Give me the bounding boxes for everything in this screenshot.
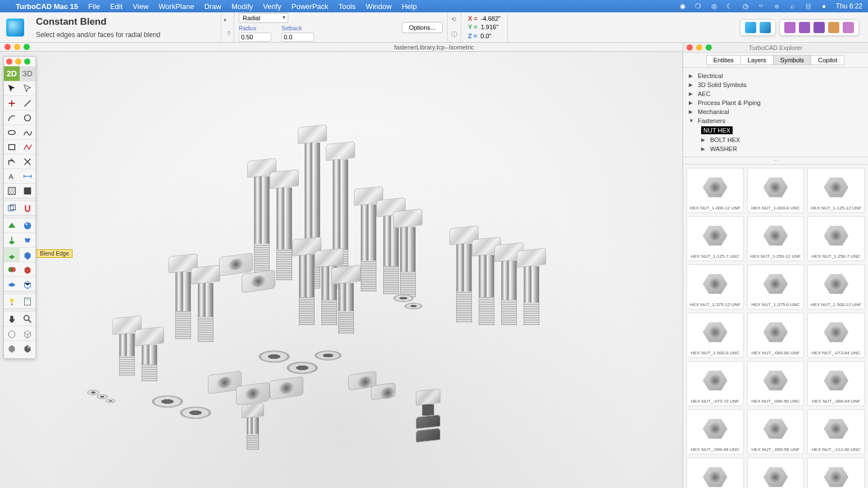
menu-file[interactable]: File — [88, 2, 100, 11]
tray-icon-1[interactable] — [745, 22, 756, 33]
close-window-button[interactable] — [4, 44, 11, 50]
trim-tool[interactable] — [20, 154, 35, 168]
menu-tools[interactable]: Tools — [339, 2, 356, 11]
loft-tool[interactable] — [20, 232, 35, 247]
search-icon[interactable]: ⌕ — [789, 2, 797, 10]
panel-maximize-button[interactable] — [706, 44, 712, 51]
tree-item[interactable]: ▶Electrical — [689, 71, 862, 80]
box-tool[interactable] — [20, 247, 35, 262]
symbol-thumbnail[interactable]: HEX NUT_1-250-12 UNF — [747, 216, 805, 261]
tree-item[interactable]: ▶Mechanical — [689, 107, 862, 116]
minimize-window-button[interactable] — [14, 44, 20, 50]
extrude-tool[interactable] — [4, 232, 20, 247]
setback-input[interactable] — [281, 33, 314, 42]
menubar-clock[interactable]: Thu 6:22 — [836, 2, 862, 10]
symbol-thumbnail[interactable]: HEX NUT_-060-80 UNF — [747, 313, 805, 358]
fill-tool[interactable] — [20, 183, 35, 198]
symbol-thumbnail[interactable]: HEX NUT_1-000-8 UNC — [747, 168, 805, 213]
clock-icon[interactable]: ◷ — [742, 2, 749, 10]
toolbar-maximize-button[interactable] — [24, 58, 30, 65]
status-icon-2[interactable]: ❍ — [694, 2, 702, 10]
symbol-thumbnail[interactable]: HEX NUT_-125-44 UNF — [807, 458, 865, 488]
menu-modify[interactable]: Modify — [231, 2, 253, 11]
toolbar-close-button[interactable] — [6, 58, 12, 65]
maximize-window-button[interactable] — [24, 44, 30, 50]
toolbar-minimize-button[interactable] — [15, 58, 21, 65]
symbol-thumbnail[interactable]: HEX NUT_-086-64 UNF — [807, 361, 865, 406]
shaded-view-tool[interactable] — [4, 340, 20, 355]
notification-icon[interactable]: ● — [820, 2, 828, 10]
radius-input[interactable] — [239, 33, 271, 42]
tab-layers[interactable]: Layers — [740, 55, 774, 65]
chamfer-tool[interactable] — [4, 154, 20, 168]
zoom-tool[interactable] — [20, 311, 35, 326]
light-tool[interactable] — [4, 294, 20, 308]
tray-cam-3[interactable] — [814, 22, 825, 33]
tray-cam-5[interactable] — [843, 22, 854, 33]
wireframe-view-tool[interactable] — [4, 326, 20, 340]
mode-3d-tab[interactable]: 3D — [20, 66, 35, 81]
symbol-thumbnail[interactable]: HEX NUT_1-000-12 UNF — [687, 168, 744, 213]
symbol-thumbnail[interactable]: HEX NUT_-086-56 UNC — [747, 361, 805, 406]
pan-tool[interactable] — [4, 311, 20, 326]
symbol-thumbnail[interactable]: HEX NUT_-112-48 UNF — [687, 458, 744, 488]
info-icon[interactable]: ⓘ — [451, 30, 457, 39]
status-icon-3[interactable]: ◎ — [710, 2, 718, 10]
dimension-tool[interactable] — [20, 168, 35, 183]
wifi-icon[interactable]: ⌔ — [757, 2, 765, 10]
polygon-3d-tool[interactable] — [4, 218, 20, 232]
ellipse-tool[interactable] — [4, 125, 20, 139]
symbol-thumbnail[interactable]: HEX NUT_1-375-12 UNF — [687, 264, 744, 309]
point-tool[interactable] — [4, 95, 20, 110]
tree-item-child[interactable]: ▶WASHER — [689, 144, 862, 153]
symbol-thumbnail[interactable]: HEX NUT_1-500-12 UNF — [807, 264, 865, 309]
menu-draw[interactable]: Draw — [204, 2, 221, 11]
tray-icon-2[interactable] — [760, 22, 771, 33]
boolean-union-tool[interactable] — [4, 262, 20, 276]
blend-type-dropdown[interactable]: Radial — [239, 13, 288, 23]
hatch-tool[interactable] — [4, 183, 20, 198]
tab-entities[interactable]: Entities — [706, 55, 741, 65]
dropdown-toggle-icon[interactable]: ▾ — [224, 17, 231, 23]
render-view-tool[interactable] — [20, 340, 35, 355]
menu-powerpack[interactable]: PowerPack — [292, 2, 329, 11]
help-icon[interactable]: ? — [224, 30, 231, 38]
app-name[interactable]: TurboCAD Mac 15 — [16, 2, 78, 11]
symbol-thumbnail[interactable]: HEX NUT_-073-72 UNF — [687, 361, 744, 406]
symbol-thumbnail[interactable]: HEX NUT_-073-64 UNC — [807, 313, 865, 358]
symbol-thumbnail[interactable]: HEX NUT_1-125-12 UNF — [807, 168, 865, 213]
surface-tool[interactable] — [4, 276, 20, 291]
transform-tool[interactable] — [4, 200, 20, 215]
tray-cam-1[interactable] — [784, 22, 796, 33]
link-icon[interactable]: ⟲ — [451, 16, 457, 23]
tree-item-child[interactable]: ▶BOLT HEX — [689, 135, 862, 144]
tree-item-child[interactable]: NUT HEX — [689, 125, 862, 135]
options-button[interactable]: Options... — [402, 22, 443, 33]
line-tool[interactable] — [20, 95, 35, 110]
menu-window[interactable]: Window — [366, 2, 392, 11]
sphere-tool[interactable] — [20, 218, 35, 232]
blend-edge-tool[interactable]: Blend Edge — [4, 247, 20, 262]
snap-tool[interactable] — [20, 200, 35, 215]
symbol-thumbnail[interactable]: HEX NUT_-125-40 UNC — [747, 458, 805, 488]
polyline-tool[interactable] — [20, 139, 35, 154]
select-alt-tool[interactable] — [20, 81, 35, 95]
control-center-icon[interactable]: ⌸ — [805, 2, 812, 10]
symbol-thumbnail[interactable]: HEX NUT_1-125-7 UNC — [687, 216, 744, 261]
rect-tool[interactable] — [4, 139, 20, 154]
menu-view[interactable]: View — [133, 2, 148, 11]
select-tool[interactable] — [4, 81, 20, 95]
viewport-canvas[interactable] — [0, 53, 683, 488]
symbol-thumbnail[interactable]: HEX NUT_1-250-7 UNC — [807, 216, 865, 261]
mode-2d-tab[interactable]: 2D — [4, 66, 20, 81]
tree-resize-handle[interactable]: ⋯ — [683, 157, 868, 165]
boolean-subtract-tool[interactable] — [20, 262, 35, 276]
menu-help[interactable]: Help — [402, 2, 417, 11]
panel-minimize-button[interactable] — [696, 44, 702, 51]
moon-icon[interactable]: ☾ — [726, 2, 734, 10]
symbol-thumbnail[interactable]: HEX NUT_-112-40 UNC — [807, 409, 865, 454]
calc-tool[interactable] — [20, 294, 35, 308]
symbol-thumbnail[interactable]: HEX NUT_-099-56 UNF — [747, 409, 805, 454]
text-tool[interactable]: A — [4, 168, 20, 183]
tree-item[interactable]: ▶Process Plant & Piping — [689, 98, 862, 107]
